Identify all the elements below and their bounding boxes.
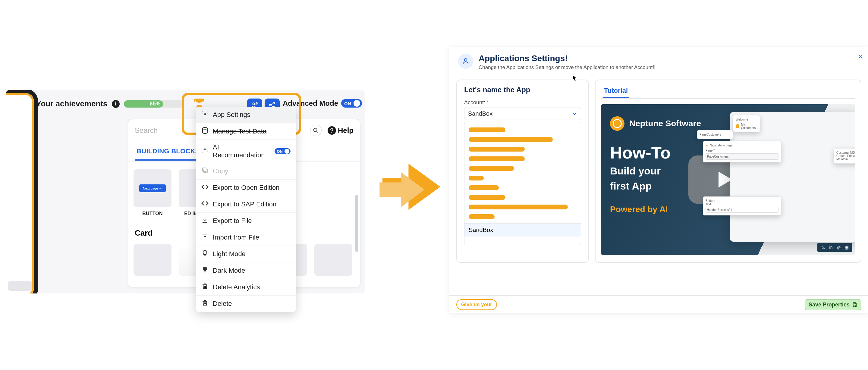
search-icon[interactable] xyxy=(310,125,321,136)
account-dropdown-list[interactable]: SandBox xyxy=(464,122,581,245)
svg-point-0 xyxy=(253,103,255,105)
required-asterisk: * xyxy=(487,99,489,105)
trash-icon xyxy=(201,283,209,292)
account-option-placeholder[interactable] xyxy=(469,147,525,152)
menu-item-light-mode[interactable]: Light Mode xyxy=(196,246,296,263)
menu-item-copy: Copy xyxy=(196,163,296,180)
trash-icon xyxy=(201,299,209,308)
svg-rect-8 xyxy=(204,169,207,173)
svg-point-10 xyxy=(464,58,467,61)
help-icon: ? xyxy=(328,126,336,135)
bulb-icon xyxy=(201,249,209,258)
account-field-label: Account: xyxy=(464,99,485,105)
block-button-label: BUTTON xyxy=(133,211,172,216)
svg-point-1 xyxy=(256,102,257,104)
dialog-title: Applications Settings! xyxy=(478,54,655,63)
account-option-placeholder[interactable] xyxy=(469,185,499,190)
mock-mini-card: Customer MD Create, Edit and Maintain xyxy=(834,148,855,164)
chevron-down-icon xyxy=(572,111,577,117)
menu-item-label: App Settings xyxy=(213,111,250,119)
menu-item-label: Copy xyxy=(213,167,228,175)
account-option-placeholder[interactable] xyxy=(469,156,525,161)
gear-icon xyxy=(201,110,209,119)
help-button[interactable]: ? Help xyxy=(328,126,353,135)
menu-item-app-settings[interactable]: App Settings xyxy=(196,107,296,123)
block-button[interactable]: Next page → BUTTON xyxy=(133,169,172,216)
tutorial-video[interactable]: Neptune Software How-To Build your first… xyxy=(601,104,855,255)
card-thumb[interactable] xyxy=(314,244,352,276)
close-icon[interactable]: ✕ xyxy=(858,53,863,61)
name-app-heading: Let's name the App xyxy=(464,86,581,94)
name-app-card: Let's name the App Account: * SandBox Sa… xyxy=(456,80,589,263)
account-option-placeholder[interactable] xyxy=(469,214,495,219)
linkedin-icon: in xyxy=(828,245,834,250)
svg-point-5 xyxy=(314,128,317,132)
code-icon xyxy=(201,200,209,209)
brand-label: Neptune Software xyxy=(629,119,701,128)
twitter-icon: 𝕏 xyxy=(820,245,826,250)
account-select[interactable]: SandBox xyxy=(464,107,581,120)
mock-mini-footer: Bottom Text Header Successful xyxy=(703,196,781,215)
tab-building-blocks[interactable]: BUILDING BLOCKS xyxy=(135,142,202,161)
menu-item-label: Export to SAP Edition xyxy=(213,201,276,208)
advanced-mode-toggle[interactable]: ON xyxy=(341,99,362,107)
menu-item-label: Manage Test Data xyxy=(213,127,267,135)
neptune-logo-icon xyxy=(610,116,624,131)
cursor-icon xyxy=(572,74,578,81)
menu-item-label: AI Recommendation xyxy=(213,144,266,159)
dialog-subtitle: Change the Applications Settings or move… xyxy=(478,64,655,70)
phone-frame-decor xyxy=(6,90,38,294)
gallery-scrollbar[interactable] xyxy=(355,195,358,252)
blog-icon: ▦ xyxy=(844,245,849,250)
account-option-placeholder[interactable] xyxy=(469,195,505,200)
achievements-progress: 65% xyxy=(124,100,184,107)
ai-recommendation-toggle[interactable]: ON xyxy=(275,148,291,154)
menu-item-manage-test-data[interactable]: Manage Test Data xyxy=(196,123,296,140)
svg-rect-9 xyxy=(203,168,206,172)
menu-item-label: Export to File xyxy=(213,217,252,225)
menu-item-import-from-file[interactable]: Import from File xyxy=(196,229,296,246)
menu-item-dark-mode[interactable]: Dark Mode xyxy=(196,263,296,279)
account-option-placeholder[interactable] xyxy=(469,166,514,171)
applications-settings-dialog: ✕ Applications Settings! Change the Appl… xyxy=(449,47,868,313)
db-icon xyxy=(201,127,209,136)
account-option-sandbox[interactable]: SandBox xyxy=(464,223,581,237)
save-properties-button[interactable]: Save Properties xyxy=(805,300,861,310)
menu-item-export-to-open-edition[interactable]: Export to Open Edition xyxy=(196,180,296,196)
feedback-button[interactable]: Give us your xyxy=(456,299,497,310)
settings-context-menu: App SettingsManage Test DataAI Recommend… xyxy=(196,107,296,312)
user-icon xyxy=(458,54,473,69)
menu-item-label: Delete xyxy=(213,300,232,308)
menu-item-delete[interactable]: Delete xyxy=(196,296,296,312)
svg-point-7 xyxy=(203,127,207,129)
info-icon[interactable]: i xyxy=(112,100,120,108)
menu-item-label: Delete Analytics xyxy=(213,283,260,291)
code-icon xyxy=(201,183,209,192)
account-option-placeholder[interactable] xyxy=(469,176,484,181)
copy-icon xyxy=(201,166,209,176)
tab-tutorial[interactable]: Tutorial xyxy=(603,84,629,98)
menu-item-export-to-sap-edition[interactable]: Export to SAP Edition xyxy=(196,196,296,213)
social-icons: 𝕏 in ◎ ▦ xyxy=(817,243,852,252)
export-icon xyxy=(201,216,209,225)
account-option-placeholder[interactable] xyxy=(469,137,553,142)
help-label: Help xyxy=(338,126,353,135)
tutorial-card: Tutorial Neptune Software How-To Build y… xyxy=(595,80,861,263)
account-option-placeholder[interactable] xyxy=(469,205,568,209)
video-mock-screen: Welcome My Customers PageCustomers ✦Navi… xyxy=(730,112,855,242)
mock-mini-nav: ✦Navigate to page Page * PageCustomers xyxy=(703,141,781,162)
designer-left-panel: Your achievements i 65% Advanced Mode ON xyxy=(6,90,365,294)
menu-item-ai-recommendation[interactable]: AI RecommendationON xyxy=(196,140,296,163)
instagram-icon: ◎ xyxy=(836,245,841,250)
phone-tabbar-decor xyxy=(8,281,32,291)
progress-fill: 65% xyxy=(124,100,163,107)
card-thumb[interactable] xyxy=(133,244,172,276)
account-option-placeholder[interactable] xyxy=(469,127,505,132)
menu-item-export-to-file[interactable]: Export to File xyxy=(196,213,296,229)
menu-item-label: Export to Open Edition xyxy=(213,184,279,192)
advanced-mode-label: Advanced Mode xyxy=(283,99,338,107)
mock-label: PageCustomers xyxy=(697,130,733,139)
menu-item-delete-analytics[interactable]: Delete Analytics xyxy=(196,279,296,296)
svg-point-6 xyxy=(204,113,206,115)
achievements-label: Your achievements xyxy=(36,99,107,109)
